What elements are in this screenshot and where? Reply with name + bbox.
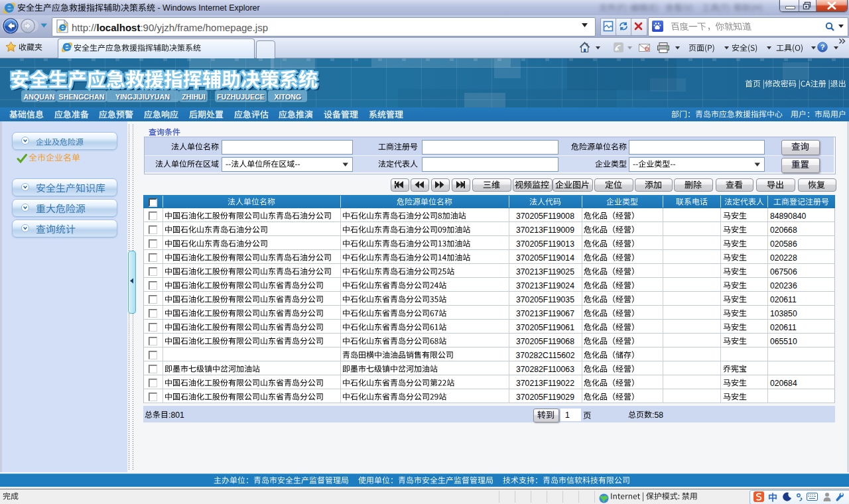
svg-text:?: ? — [820, 43, 825, 51]
